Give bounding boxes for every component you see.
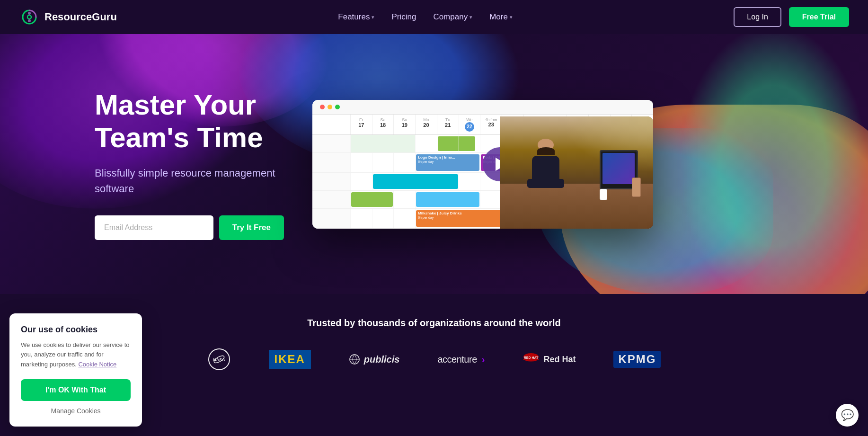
cell-2-3: [393, 153, 415, 172]
row-label-3: [312, 173, 350, 190]
cell-1-1: [350, 135, 415, 152]
date-col-mo20: Mo20: [415, 115, 437, 134]
task-teal-4: [416, 192, 479, 207]
cell-5-1: [350, 209, 372, 228]
date-col-th23: 4h free23: [480, 115, 502, 134]
logo-kpmg: KPMG: [613, 351, 661, 368]
logo-publicis: publicis: [349, 354, 400, 365]
cell-2-2: [372, 153, 394, 172]
logo-accenture: accenture ›: [437, 354, 485, 365]
publicis-icon: [349, 354, 360, 365]
task-cyan-3: [373, 174, 458, 189]
email-input[interactable]: [95, 215, 213, 240]
login-button[interactable]: Log In: [734, 7, 781, 27]
nav-actions: Log In Free Trial: [734, 7, 849, 27]
navbar: ResourceGuru Features ▾ Pricing Company …: [0, 0, 868, 34]
hero-right: Fr17 Sa18 Su19 Mo20 Tu21 We22 4h free23 …: [312, 100, 811, 229]
cell-5-3: [393, 209, 415, 228]
nav-links: Features ▾ Pricing Company ▾ More ▾: [338, 12, 513, 22]
nav-features[interactable]: Features ▾: [338, 12, 374, 22]
cookie-notice-link[interactable]: Cookie Notice: [78, 361, 116, 368]
hero-content: Master Your Team's Time Blissfully simpl…: [0, 60, 868, 268]
chevron-down-icon: ▾: [372, 14, 374, 20]
cell-5-2: [372, 209, 394, 228]
row-label-2: [312, 153, 350, 172]
date-col-we22: We22: [459, 115, 480, 134]
svg-text:NASA: NASA: [213, 357, 225, 362]
minimize-dot: [328, 105, 332, 109]
cell-3-2: [372, 173, 459, 190]
task-lime-4: [351, 192, 393, 207]
row-label-4: [312, 191, 350, 208]
free-trial-button[interactable]: Free Trial: [789, 7, 849, 27]
date-col-tu21: Tu21: [437, 115, 459, 134]
row-label-5: [312, 209, 350, 228]
chevron-down-icon-3: ▾: [510, 14, 513, 20]
try-it-free-button[interactable]: Try It Free: [219, 215, 284, 240]
cookie-text: We use cookies to deliver our service to…: [21, 340, 131, 370]
nasa-icon: NASA: [207, 347, 231, 371]
hero-left: Master Your Team's Time Blissfully simpl…: [95, 89, 284, 240]
cell-3-6: [459, 173, 480, 190]
cell-1-4: [415, 135, 437, 152]
cell-1-6: [459, 135, 480, 152]
close-dot: [320, 105, 325, 109]
hero-section: Master Your Team's Time Blissfully simpl…: [0, 0, 868, 294]
chat-icon: 💬: [841, 409, 854, 421]
hero-form: Try It Free: [95, 215, 284, 240]
row-label-1: [312, 135, 350, 152]
cell-2-1: [350, 153, 372, 172]
cell-4-3: [393, 191, 415, 208]
cookie-ok-button[interactable]: I'm OK With That: [21, 379, 131, 401]
logo-ikea: IKEA: [269, 350, 311, 369]
cell-4-4: [415, 191, 480, 208]
cookie-banner: Our use of cookies We use cookies to del…: [9, 313, 142, 427]
window-chrome: [312, 100, 653, 115]
svg-point-3: [28, 19, 31, 22]
office-photo: [500, 116, 653, 229]
date-col-su19: Su19: [393, 115, 415, 134]
redhat-icon: RED HAT: [523, 352, 540, 366]
product-demo: Fr17 Sa18 Su19 Mo20 Tu21 We22 4h free23 …: [312, 100, 653, 229]
logo[interactable]: ResourceGuru: [19, 7, 117, 27]
cell-4-7: [480, 191, 502, 208]
date-col-sa18: Sa18: [372, 115, 394, 134]
logo-nasa: NASA: [207, 347, 231, 371]
hero-subtitle: Blissfully simple resource management so…: [95, 165, 284, 196]
logo-redhat: RED HAT Red Hat: [523, 352, 576, 366]
nav-company[interactable]: Company ▾: [433, 12, 472, 22]
svg-point-2: [28, 12, 31, 15]
cell-4-1: [350, 191, 393, 208]
manage-cookies-button[interactable]: Manage Cookies: [21, 407, 131, 415]
logo-text: ResourceGuru: [44, 11, 117, 23]
cell-3-1: [350, 173, 372, 190]
nav-more[interactable]: More ▾: [489, 12, 513, 22]
task-logo-design: Logo Design | Inno...6h per day: [415, 153, 480, 172]
svg-text:RED HAT: RED HAT: [524, 356, 539, 359]
task-logo-design-block: Logo Design | Inno...6h per day: [416, 154, 479, 171]
cookie-title: Our use of cookies: [21, 325, 131, 335]
date-col-fr17: Fr17: [350, 115, 372, 134]
chevron-down-icon-2: ▾: [469, 14, 472, 20]
cell-1-5: [437, 135, 459, 152]
logo-icon: [19, 7, 40, 27]
maximize-dot: [335, 105, 340, 109]
hero-title: Master Your Team's Time: [95, 89, 284, 154]
chat-widget[interactable]: 💬: [836, 404, 859, 427]
nav-pricing[interactable]: Pricing: [391, 12, 416, 22]
